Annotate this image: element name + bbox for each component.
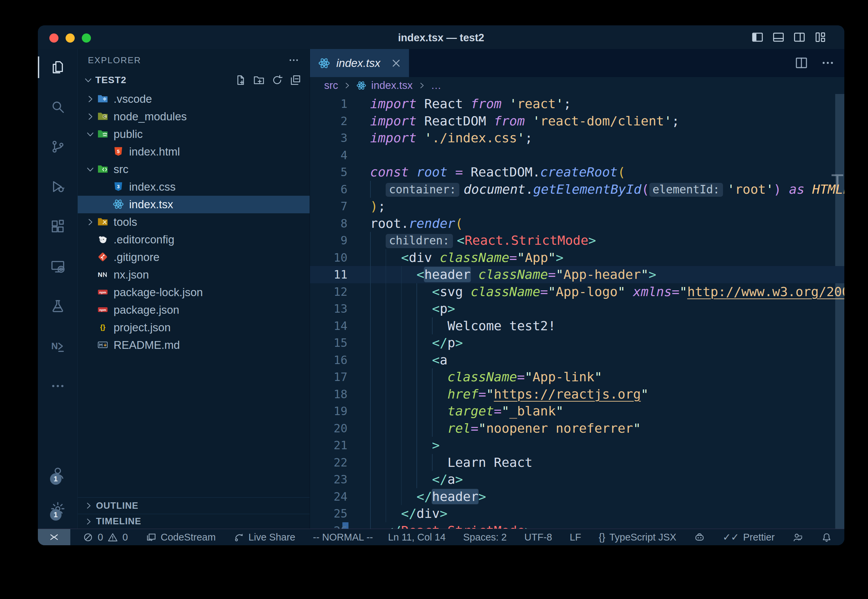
new-folder-icon[interactable] <box>253 74 265 86</box>
layout-bottom-icon[interactable] <box>772 31 785 44</box>
code-token: from <box>471 96 502 111</box>
inlay-hint: elementId: <box>649 183 724 197</box>
timeline-section[interactable]: TIMELINE <box>78 514 310 529</box>
tree-item-nx-json[interactable]: Nnx.json <box>78 266 310 284</box>
activity-item-remote-explorer[interactable] <box>38 259 77 275</box>
tree-item--editorconfig[interactable]: .editorconfig <box>78 231 310 248</box>
code-text: </div> <box>370 505 448 522</box>
tree-item-index-tsx[interactable]: index.tsx <box>78 196 310 213</box>
status-item-notifications[interactable] <box>821 532 832 543</box>
tree-item-package-lock-json[interactable]: npmpackage-lock.json <box>78 284 310 301</box>
code-token: ; <box>378 199 386 214</box>
code-token: = <box>471 421 478 436</box>
tree-item-package-json[interactable]: npmpackage.json <box>78 301 310 319</box>
code-token: </ <box>386 523 401 529</box>
code-token <box>370 267 417 282</box>
activity-item-extensions[interactable] <box>38 219 77 235</box>
code-line-10: 10 <div className="App"> <box>310 249 844 266</box>
code-token: </ <box>432 472 448 487</box>
code-token: > <box>440 506 448 521</box>
activity-item-search[interactable] <box>38 99 77 115</box>
status-item-indentation[interactable]: Spaces: 2 <box>463 532 507 543</box>
code-token <box>370 489 417 504</box>
outline-section[interactable]: OUTLINE <box>78 497 310 514</box>
breadcrumb-item[interactable]: index.tsx <box>371 80 412 92</box>
activity-item-settings[interactable]: 1 <box>50 501 66 517</box>
status-item-copilot[interactable] <box>694 532 705 543</box>
tree-item-project-json[interactable]: {}project.json <box>78 319 310 336</box>
chevron-right-icon <box>343 81 352 90</box>
split-editor-icon[interactable] <box>794 56 808 70</box>
layout-grid-icon[interactable] <box>814 31 827 44</box>
tree-item-tools[interactable]: tools <box>78 213 310 231</box>
status-item-language-mode[interactable]: {}TypeScript JSX <box>599 532 676 543</box>
liveshare-icon <box>233 532 244 543</box>
status-item-liveshare-session[interactable] <box>792 532 803 543</box>
activity-item-run-debug[interactable] <box>38 179 77 195</box>
status-label: CodeStream <box>161 532 216 543</box>
tree-item--vscode[interactable]: .vscode <box>78 90 310 108</box>
tree-item-readme-md[interactable]: README.md <box>78 336 310 354</box>
breadcrumb-item[interactable]: src <box>324 80 338 92</box>
views-and-more-actions-icon[interactable] <box>288 54 299 66</box>
tree-item-index-html[interactable]: 5index.html <box>78 143 310 161</box>
code-line-8: 8root.render( <box>310 215 844 232</box>
activity-item-testing[interactable] <box>38 298 77 315</box>
breadcrumb-item[interactable]: … <box>431 80 441 92</box>
nx-console-icon: N <box>50 339 66 354</box>
git-icon <box>96 251 110 263</box>
status-item-live-share[interactable]: Live Share <box>233 532 295 543</box>
refresh-icon[interactable] <box>271 74 283 86</box>
layout-right-icon[interactable] <box>793 31 806 44</box>
activity-item-source-control[interactable] <box>38 139 77 155</box>
tree-item-index-css[interactable]: 3index.css <box>78 178 310 196</box>
collapse-all-icon[interactable] <box>289 74 301 86</box>
new-file-icon[interactable] <box>235 74 247 86</box>
chevron-right-icon[interactable] <box>84 94 96 104</box>
more-icon[interactable] <box>821 56 835 70</box>
code-token: xmlns <box>633 284 672 299</box>
tree-item-public[interactable]: public <box>78 125 310 143</box>
workspace-section-header[interactable]: TEST2 <box>78 71 310 89</box>
language-mode-icon: {} <box>599 532 605 543</box>
code-token <box>417 131 424 145</box>
tree-indent <box>100 199 111 209</box>
code-token: import <box>370 131 417 145</box>
chevron-down-icon[interactable] <box>84 164 96 175</box>
status-item-prettier[interactable]: ✓✓Prettier <box>723 531 775 543</box>
code-token: " <box>548 284 556 299</box>
status-item-cursor-position[interactable]: Ln 11, Col 14 <box>388 532 445 543</box>
status-item-eol[interactable]: LF <box>570 532 581 543</box>
code-line-2: 2import ReactDOM from 'react-dom/client'… <box>310 113 844 130</box>
tree-indent <box>100 147 111 157</box>
tree-item--gitignore[interactable]: .gitignore <box>78 248 310 266</box>
chevron-right-icon <box>84 517 93 526</box>
status-item-problems[interactable]: 00 <box>83 532 128 543</box>
status-item-vim-mode[interactable]: -- NORMAL -- <box>313 532 373 543</box>
status-item-codestream[interactable]: CodeStream <box>145 532 216 543</box>
close-tab-icon[interactable] <box>390 57 402 69</box>
activity-item-accounts[interactable]: 1 <box>50 465 66 482</box>
code-line-5: 5const root = ReactDOM.createRoot( <box>310 164 844 181</box>
tree-item-src[interactable]: src <box>78 161 310 178</box>
code-token: div <box>409 250 432 265</box>
layout-left-icon[interactable] <box>751 31 764 44</box>
activity-item-nx-console[interactable]: N <box>38 339 77 355</box>
tab-index-tsx[interactable]: index.tsx <box>310 49 409 77</box>
remote-indicator[interactable] <box>38 529 70 545</box>
chevron-right-icon[interactable] <box>84 217 96 227</box>
status-label: Spaces: 2 <box>463 532 507 543</box>
svg-text:3: 3 <box>117 184 120 189</box>
activity-item-more-views[interactable] <box>38 378 77 394</box>
tree-item-node-modules[interactable]: JSnode_modules <box>78 108 310 125</box>
activity-item-explorer[interactable] <box>38 59 77 75</box>
chevron-right-icon[interactable] <box>84 111 96 122</box>
code-token <box>370 523 386 529</box>
chevron-down-icon[interactable] <box>84 129 96 139</box>
status-item-encoding[interactable]: UTF-8 <box>524 532 552 543</box>
code-editor[interactable]: T 1import React from 'react';2import Rea… <box>310 94 844 529</box>
code-token: App-header <box>563 267 641 282</box>
code-token: App-link <box>533 369 594 384</box>
sidebar-title: EXPLORER <box>88 55 141 66</box>
code-token: " <box>478 421 486 436</box>
